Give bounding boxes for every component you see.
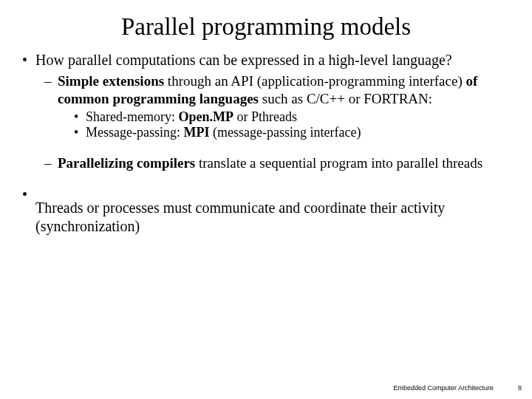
bullet-1-1-2-pre: Message-passing:: [86, 125, 183, 140]
slide: Parallel programming models How parallel…: [0, 0, 532, 399]
bullet-1-1-1: Shared-memory: Open.MP or Pthreads: [58, 109, 511, 126]
bullet-1-1-text-b: such as C/C++ or FORTRAN:: [259, 91, 432, 106]
bullet-1-1-1-post: or Pthreads: [233, 109, 297, 124]
bullet-1-2-text: translate a sequential program into para…: [195, 155, 482, 171]
bullet-1-1-1-bold: Open.MP: [178, 109, 233, 124]
bullet-1-2: Parallelizing compilers translate a sequ…: [35, 154, 511, 172]
spacer: [35, 185, 511, 199]
page-number: 8: [518, 384, 522, 392]
bullet-1-1-bold-a: Simple extensions: [58, 73, 164, 89]
bullet-1-1: Simple extensions through an API (applic…: [35, 72, 511, 141]
sub-list-1: Simple extensions through an API (applic…: [35, 72, 511, 172]
bullet-1-1-2: Message-passing: MPI (message-passing in…: [58, 125, 511, 141]
bullet-1-2-bold: Parallelizing compilers: [58, 155, 195, 171]
bullet-1-1-1-pre: Shared-memory:: [86, 109, 178, 124]
bullet-1-1-2-post: (message-passing interface): [209, 125, 361, 140]
sub-sub-list-1: Shared-memory: Open.MP or Pthreads Messa…: [58, 109, 511, 142]
bullet-2-text: Threads or processes must communicate an…: [35, 200, 445, 234]
slide-title: Parallel programming models: [21, 13, 511, 41]
bullet-1-1-text-a: through an API (application-programming …: [164, 73, 466, 89]
bullet-list: How parallel computations can be express…: [21, 51, 511, 236]
bullet-1: How parallel computations can be express…: [21, 51, 511, 172]
bullet-2: Threads or processes must communicate an…: [21, 185, 511, 236]
footer-label: Embedded Computer Architecture: [393, 384, 494, 392]
bullet-1-1-2-bold: MPI: [183, 125, 209, 140]
bullet-1-text: How parallel computations can be express…: [35, 52, 452, 68]
